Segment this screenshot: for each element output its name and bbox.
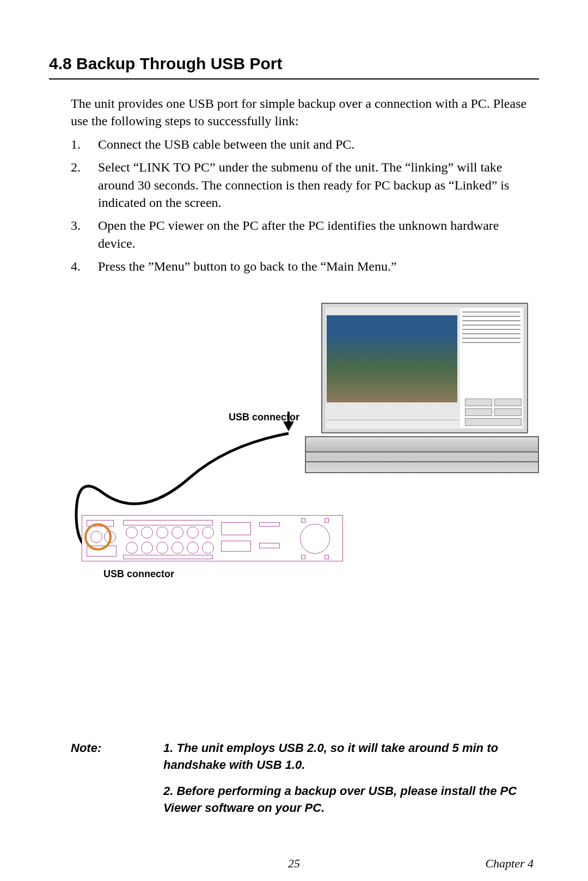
step-text: Open the PC viewer on the PC after the P… (98, 217, 534, 252)
intro-paragraph: The unit provides one USB port for simpl… (71, 95, 534, 130)
pc-viewer-window (326, 307, 524, 429)
pc-keyboard-base (305, 436, 539, 480)
step-number: 2. (71, 158, 98, 211)
list-item: 4. Press the ”Menu” button to go back to… (71, 258, 534, 275)
step-number: 4. (71, 258, 98, 275)
step-number: 1. (71, 136, 98, 153)
pc-viewer-video-frame (327, 315, 457, 402)
dvr-unit-rear-panel (82, 515, 343, 561)
list-item: 3. Open the PC viewer on the PC after th… (71, 217, 534, 252)
pc-viewer-info-panel (460, 308, 523, 428)
pc-viewer-toolbar (327, 420, 458, 428)
usb-port-highlight-ring (84, 523, 112, 550)
note-items: 1. The unit employs USB 2.0, so it will … (163, 740, 539, 827)
note-label: Note: (71, 740, 163, 827)
step-text: Select “LINK TO PC” under the submenu of… (98, 158, 534, 211)
step-number: 3. (71, 217, 98, 252)
note-block: Note: 1. The unit employs USB 2.0, so it… (71, 740, 539, 827)
list-item: 1. Connect the USB cable between the uni… (71, 136, 534, 153)
arrow-icon (287, 412, 290, 423)
page-number: 25 (288, 856, 300, 871)
step-list: 1. Connect the USB cable between the uni… (71, 136, 534, 276)
step-text: Press the ”Menu” button to go back to th… (98, 258, 397, 275)
step-text: Connect the USB cable between the unit a… (98, 136, 354, 153)
connection-diagram: USB connector USB connector (49, 303, 539, 597)
list-item: 2. Select “LINK TO PC” under the submenu… (71, 158, 534, 211)
usb-connector-label-dvr: USB connector (103, 568, 174, 580)
chapter-label: Chapter 4 (485, 856, 534, 871)
section-heading: 4.8 Backup Through USB Port (49, 54, 539, 79)
pc-monitor (321, 303, 528, 433)
note-item: 2. Before performing a backup over USB, … (163, 783, 539, 817)
note-item: 1. The unit employs USB 2.0, so it will … (163, 740, 539, 774)
